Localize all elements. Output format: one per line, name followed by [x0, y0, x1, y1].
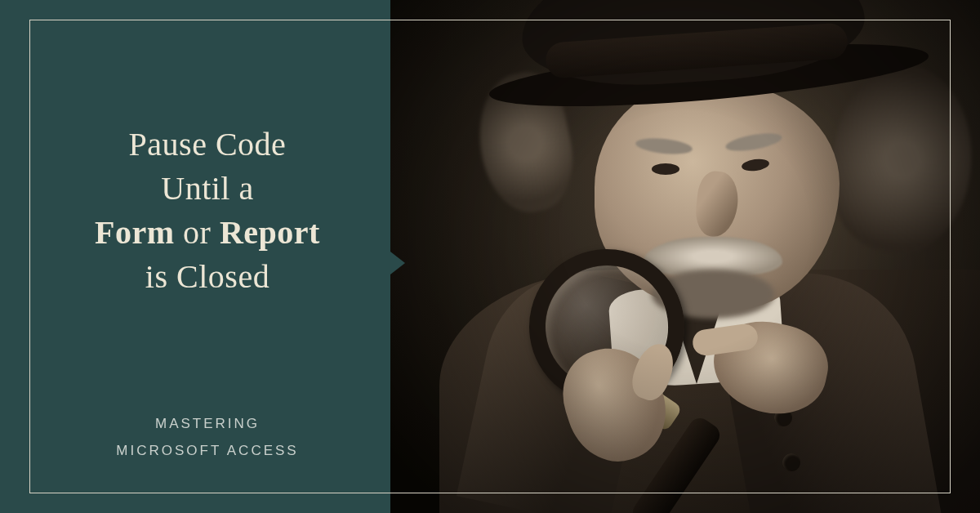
panel-notch-icon [390, 252, 405, 274]
headline-bold-report: Report [220, 214, 320, 251]
headline-line-2: Until a [57, 167, 358, 211]
text-panel: Pause Code Until a Form or Report is Clo… [0, 0, 390, 513]
headline-or: or [175, 214, 220, 251]
subtitle-line-1: MASTERING [57, 411, 358, 437]
headline-line-4: is Closed [57, 255, 358, 299]
vignette-overlay [390, 0, 980, 513]
headline-line-1: Pause Code [57, 123, 358, 167]
subtitle: MASTERING MICROSOFT ACCESS [57, 411, 358, 464]
hero-image [390, 0, 980, 513]
subtitle-line-2: MICROSOFT ACCESS [57, 438, 358, 464]
promo-card: Pause Code Until a Form or Report is Clo… [0, 0, 980, 513]
headline-line-3: Form or Report [57, 211, 358, 255]
headline-bold-form: Form [95, 214, 175, 251]
headline: Pause Code Until a Form or Report is Clo… [57, 123, 358, 299]
